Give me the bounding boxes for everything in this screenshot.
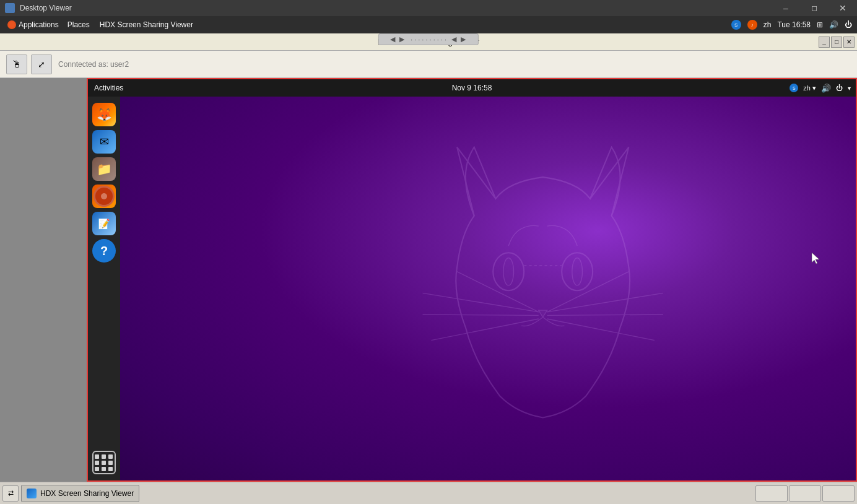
menubar-right-indicators: S ♪ zh Tue 16:58 ⊞ 🔊 ⏻	[731, 20, 852, 30]
mouse-mode-btn[interactable]: 🖱	[6, 54, 27, 74]
taskbar-right-btn-1[interactable]	[755, 485, 788, 502]
svg-line-8	[547, 293, 663, 312]
dock-show-apps-btn[interactable]	[92, 451, 116, 474]
os-maximize-btn[interactable]: ◻	[800, 0, 829, 16]
svg-line-11	[547, 272, 629, 312]
gnome-activities-btn[interactable]: Activities	[94, 84, 123, 92]
gnome-power-icon: ⏻	[836, 84, 843, 92]
places-menu[interactable]: Places	[63, 19, 95, 30]
svg-line-4	[423, 293, 539, 312]
dock-email-icon[interactable]: ✉	[92, 130, 116, 154]
os-close-btn[interactable]: ✕	[829, 0, 857, 16]
svg-line-7	[457, 272, 539, 312]
applications-menu[interactable]: Applications	[4, 19, 63, 30]
gnome-volume-icon: 🔊	[821, 84, 831, 93]
os-window-icon	[5, 3, 15, 13]
dock-help-icon[interactable]: ?	[92, 239, 116, 263]
keyboard-toolbar-label: ◀ ▶	[390, 35, 406, 43]
hdx-window: HDX Screen Sharing Viewer _ □ ✕ 🖱 ⤢ Conn…	[0, 33, 857, 482]
hdx-window-controls: _ □ ✕	[819, 37, 855, 48]
svg-line-10	[547, 319, 655, 341]
ubuntu-logo-icon	[7, 20, 16, 29]
display-icon: ⊞	[817, 20, 823, 29]
keyboard-toolbar-dots: · · · · · · · · · ·	[411, 36, 446, 43]
os-bottom-taskbar: ⇄ HDX Screen Sharing Viewer	[0, 482, 857, 504]
gnome-language-icon: zh ▾	[803, 84, 816, 92]
dock-firefox-icon[interactable]: 🦊	[92, 103, 116, 126]
gnome-clock: Nov 9 16:58	[452, 84, 492, 92]
sound-status-icon: ♪	[747, 20, 757, 30]
svg-line-5	[423, 315, 539, 315]
taskbar-hdx-label: HDX Screen Sharing Viewer	[40, 489, 134, 498]
power-icon: ⏻	[845, 20, 852, 29]
gnome-right-indicators: S zh ▾ 🔊 ⏻ ▾	[790, 84, 851, 93]
taskbar-right-btns	[755, 485, 855, 502]
apps-grid	[95, 454, 113, 471]
taskbar-special-btn[interactable]: ⇄	[2, 485, 19, 502]
taskbar-right-btn-2[interactable]	[789, 485, 821, 502]
left-gray-panel	[0, 78, 87, 482]
os-minimize-btn[interactable]: –	[772, 0, 800, 16]
taskbar-right-btn-3[interactable]	[822, 485, 855, 502]
taskbar-hdx-btn[interactable]: HDX Screen Sharing Viewer	[21, 485, 139, 502]
ubuntu-dock: 🦊 ✉ 📁 📝 ?	[88, 97, 120, 480]
hdx-content: Activities Nov 9 16:58 S zh ▾ 🔊 ⏻ ▾	[0, 78, 857, 482]
clock-indicator: Tue 16:58	[777, 20, 811, 29]
gnome-topbar: Activities Nov 9 16:58 S zh ▾ 🔊 ⏻ ▾	[88, 79, 856, 97]
svg-point-3	[572, 258, 583, 285]
dock-files-icon[interactable]: 📁	[92, 157, 116, 181]
network-status-icon: S	[731, 20, 741, 30]
ubuntu-menubar: Applications Places HDX Screen Sharing V…	[0, 16, 857, 33]
keyboard-toolbar[interactable]: ◀ ▶ · · · · · · · · · · ◀ ▶	[378, 33, 479, 45]
language-indicator: zh	[763, 20, 772, 29]
os-window-controls: – ◻ ✕	[772, 0, 857, 16]
keyboard-toolbar-label2: ◀ ▶	[451, 35, 467, 43]
svg-line-6	[432, 319, 539, 341]
taskbar-hdx-icon	[27, 489, 37, 498]
applications-label: Applications	[19, 20, 59, 29]
volume-icon: 🔊	[829, 20, 838, 29]
os-titlebar-text: Desktop Viewer	[20, 4, 72, 12]
gnome-skype-icon: S	[790, 84, 798, 92]
gnome-menu-icon: ▾	[848, 85, 851, 92]
hdx-menu[interactable]: HDX Screen Sharing Viewer	[95, 19, 198, 30]
svg-line-9	[547, 315, 663, 315]
hdx-minimize-btn[interactable]: _	[819, 37, 830, 48]
os-titlebar: Desktop Viewer – ◻ ✕	[0, 0, 857, 16]
dock-music-icon[interactable]	[92, 185, 116, 208]
ubuntu-desktop-bg[interactable]	[120, 97, 856, 480]
dock-writer-icon[interactable]: 📝	[92, 212, 116, 235]
connected-label: Conntected as: user2	[58, 60, 129, 69]
ubuntu-cat-watermark	[341, 121, 745, 448]
remote-desktop[interactable]: Activities Nov 9 16:58 S zh ▾ 🔊 ⏻ ▾	[87, 78, 857, 482]
hdx-close-btn[interactable]: ✕	[843, 37, 855, 48]
hdx-maximize-btn[interactable]: □	[831, 37, 842, 48]
hdx-toolbar: 🖱 ⤢ Conntected as: user2	[0, 51, 857, 78]
svg-point-1	[503, 258, 514, 285]
mouse-cursor	[811, 251, 822, 265]
fullscreen-btn[interactable]: ⤢	[31, 54, 52, 74]
